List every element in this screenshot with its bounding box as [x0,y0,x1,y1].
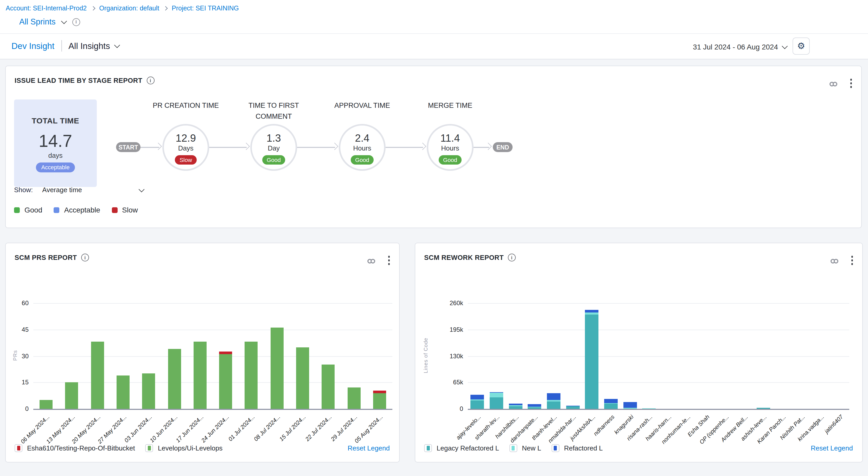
chevron-down-icon[interactable] [61,18,67,24]
bar[interactable] [528,405,541,409]
bar-segment[interactable] [547,393,560,400]
bar[interactable] [296,347,309,409]
bar-segment[interactable] [91,342,104,409]
bar-segment[interactable] [585,313,599,315]
bar-segment[interactable] [604,399,618,403]
bar-segment[interactable] [117,375,130,409]
bar-segment[interactable] [547,401,560,409]
bar[interactable] [585,310,599,409]
info-icon[interactable] [508,254,516,262]
stage-circle-pr-creation[interactable]: 12.9 Days Slow [162,124,209,171]
info-icon[interactable] [72,18,80,26]
bar[interactable] [547,393,560,409]
bar-segment[interactable] [373,393,386,409]
bar[interactable] [219,352,232,409]
bar[interactable] [623,402,637,409]
legend-item[interactable]: Levelops/Ui-Levelops [146,444,223,452]
legend-item[interactable]: New L [509,444,541,452]
legend-item[interactable]: Esha610/Testing-Repo-Of-Bitbucket [14,444,135,452]
bar-segment[interactable] [296,347,309,409]
bar-segment[interactable] [566,407,580,409]
reset-legend-link[interactable]: Reset Legend [811,444,853,452]
insight-dropdown[interactable]: All Insights [68,41,119,51]
bar[interactable] [194,342,207,409]
kebab-menu-icon[interactable] [387,255,391,266]
bar-group: OP (oppenhe... [716,303,735,409]
bar[interactable] [509,404,522,409]
bar-group: 29 Jul 2024... [341,303,367,409]
bar[interactable] [490,392,503,409]
arrow-head-icon [155,143,162,150]
bar-segment[interactable] [757,408,770,409]
bar[interactable] [642,408,656,409]
bar[interactable] [245,342,258,409]
bar[interactable] [347,388,360,409]
stage-circle-first-comment[interactable]: 1.3 Day Good [250,124,297,171]
bar-segment[interactable] [623,408,637,409]
bar-segment[interactable] [245,342,258,409]
bar[interactable] [39,400,53,409]
dev-insight-link[interactable]: Dev Insight [11,41,54,51]
bar-segment[interactable] [528,407,541,409]
bar[interactable] [321,365,335,409]
bar-segment[interactable] [490,393,503,397]
bar-segment[interactable] [585,315,599,409]
bar-segment[interactable] [642,408,656,409]
bar[interactable] [604,399,618,409]
bar-segment[interactable] [39,400,53,409]
bar[interactable] [142,374,155,409]
kebab-menu-icon[interactable] [850,255,854,266]
bar[interactable] [168,349,181,409]
stage-circle-merge[interactable]: 11.4 Hours Good [427,124,473,171]
bar-segment[interactable] [194,342,207,409]
date-range-picker[interactable]: 31 Jul 2024 - 06 Aug 2024 [693,43,787,51]
bar-segment[interactable] [490,397,503,409]
info-icon[interactable] [147,77,154,84]
bar-segment[interactable] [142,374,155,409]
stage-circle-approval[interactable]: 2.4 Hours Good [339,124,385,171]
bar-segment[interactable] [373,390,386,393]
bar[interactable] [91,342,104,409]
reset-legend-link[interactable]: Reset Legend [348,444,390,452]
sprint-selector[interactable]: All Sprints [19,17,80,27]
bar-segment[interactable] [585,310,599,313]
settings-button[interactable] [793,37,810,55]
bar-segment[interactable] [65,383,78,409]
bar[interactable] [566,406,580,409]
chart-legend: Legacy Refactored LNew LRefactored LRese… [424,444,853,452]
legend-item[interactable]: Legacy Refactored L [424,444,499,452]
bar-segment[interactable] [471,401,484,409]
bar-segment[interactable] [528,405,541,407]
y-tick-label: 45 [22,326,29,333]
total-time-unit: days [49,152,63,159]
legend-item[interactable]: Refactored L [552,444,603,452]
bar-segment[interactable] [270,328,283,409]
kebab-menu-icon[interactable] [849,78,853,89]
bar[interactable] [270,328,283,409]
bar[interactable] [373,390,386,409]
bar[interactable] [65,383,78,409]
bar[interactable] [757,408,770,409]
total-time-label: TOTAL TIME [32,116,80,125]
show-dropdown[interactable]: Show: Average time [14,186,143,194]
bar-segment[interactable] [471,394,484,399]
y-tick-label: 195k [450,326,463,333]
bar-segment[interactable] [219,352,232,354]
bar-segment[interactable] [509,406,522,409]
bar-segment[interactable] [321,365,335,409]
breadcrumb-project[interactable]: Project: SEI TRAINING [172,5,239,12]
bar-segment[interactable] [347,388,360,409]
bar-segment[interactable] [219,354,232,409]
bar[interactable] [117,375,130,409]
bar-segment[interactable] [623,402,637,408]
bar-segment[interactable] [168,349,181,409]
y-tick-label: 260k [450,299,463,307]
show-label: Show: [14,186,33,194]
bar[interactable] [471,394,484,409]
bar-group: 22 Jul 2024... [315,303,341,409]
bar-segment[interactable] [604,404,618,409]
info-icon[interactable] [81,254,89,262]
legend-swatch [509,444,517,452]
breadcrumb-organization[interactable]: Organization: default [99,5,159,12]
breadcrumb-account[interactable]: Account: SEI-Internal-Prod2 [6,5,87,12]
